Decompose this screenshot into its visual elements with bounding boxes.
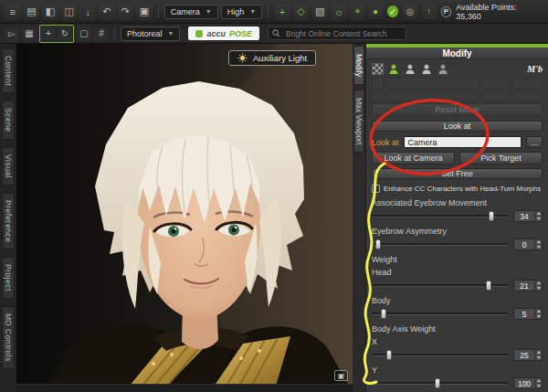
chevron-down-icon: ▼ bbox=[168, 30, 174, 37]
look-at-browse-button[interactable]: ... bbox=[526, 136, 543, 148]
copy-icon[interactable]: ▣ bbox=[136, 4, 153, 20]
sidebar-item-content[interactable]: Content bbox=[2, 48, 15, 93]
spin-down-icon[interactable] bbox=[535, 314, 542, 320]
axis-y-value[interactable]: 100 bbox=[513, 377, 543, 389]
body-weight-value[interactable]: 5 bbox=[513, 308, 543, 320]
open-project-icon[interactable]: ◧ bbox=[42, 4, 58, 20]
search-input[interactable] bbox=[284, 28, 402, 39]
slider-handle[interactable] bbox=[486, 281, 491, 291]
render-mode-dropdown[interactable]: Photoreal ▼ bbox=[121, 26, 180, 41]
light-bulb-icon bbox=[237, 53, 248, 63]
enhance-checkbox[interactable] bbox=[372, 185, 380, 193]
eyebrow-movement-slider[interactable] bbox=[372, 215, 508, 217]
accupose-icon bbox=[195, 30, 203, 37]
look-at-section-header: Look at bbox=[372, 121, 543, 132]
export-icon[interactable]: ↑ bbox=[422, 5, 437, 19]
scale-tool-icon[interactable]: ▢ bbox=[77, 26, 91, 41]
set-free-button[interactable]: Set Free bbox=[372, 168, 543, 179]
sidebar-item-preference[interactable]: Preference bbox=[2, 193, 15, 250]
grid-icon[interactable]: ▦ bbox=[22, 26, 37, 41]
viewport-capture-icon[interactable]: ▣ bbox=[334, 370, 348, 381]
transform-value-box bbox=[481, 90, 511, 101]
eyebrow-asymmetry-slider[interactable] bbox=[372, 243, 508, 246]
gizmo-icon[interactable]: ◇ bbox=[293, 4, 310, 20]
spin-down-icon[interactable] bbox=[535, 217, 542, 222]
accupose-text-pose: POSE bbox=[229, 29, 252, 38]
enhance-checkbox-label: Enhance CC Characters with Head-Turn Mor… bbox=[384, 185, 541, 193]
save-project-icon[interactable]: ◫ bbox=[61, 4, 78, 20]
body-axis-section-label: Body Axis Weight bbox=[366, 321, 548, 334]
sidebar-item-visual[interactable]: Visual bbox=[2, 147, 15, 185]
slider-handle[interactable] bbox=[375, 239, 381, 249]
cursor-icon[interactable]: ▻ bbox=[5, 26, 19, 41]
redo-icon[interactable]: ↷ bbox=[118, 4, 134, 20]
quality-dropdown[interactable]: High ▼ bbox=[221, 5, 262, 19]
search-icon bbox=[272, 29, 280, 37]
check-circle-icon[interactable]: ✓ bbox=[387, 5, 399, 17]
body-weight-label: Body bbox=[366, 292, 548, 305]
undo-icon[interactable]: ↶ bbox=[99, 4, 115, 20]
axis-x-slider[interactable] bbox=[372, 354, 508, 356]
look-at-row: Look at Camera ... bbox=[366, 132, 548, 148]
app-menu-icon[interactable]: ≡ bbox=[5, 4, 21, 20]
render-icon[interactable]: ◎ bbox=[403, 5, 417, 19]
skeleton-icon[interactable] bbox=[437, 62, 449, 75]
spin-down-icon[interactable] bbox=[535, 245, 542, 250]
tab-max-viewport[interactable]: Max Viewport bbox=[353, 90, 364, 153]
sidebar-item-project[interactable]: Project bbox=[2, 257, 15, 299]
move-tool-icon[interactable]: + bbox=[41, 26, 56, 41]
quality-dropdown-value: High bbox=[227, 7, 245, 16]
material-icon[interactable]: ▧ bbox=[311, 4, 328, 20]
snap-icon[interactable]: # bbox=[94, 26, 109, 41]
rotate-tool-icon[interactable]: ↻ bbox=[58, 26, 72, 41]
character-render bbox=[16, 44, 353, 392]
texture-checker-icon[interactable] bbox=[372, 63, 384, 75]
head-weight-value[interactable]: 21 bbox=[513, 280, 543, 291]
look-at-buttons-row: Look at Camera Pick Target bbox=[366, 148, 548, 164]
points-badge-icon[interactable]: P bbox=[441, 6, 452, 17]
look-at-target-field[interactable]: Camera bbox=[404, 136, 522, 148]
accupose-logo[interactable]: accuPOSE bbox=[188, 26, 259, 40]
viewport-3d[interactable]: Auxiliary Light ▣ bbox=[16, 44, 353, 392]
slider-handle[interactable] bbox=[381, 309, 386, 319]
focus-icon[interactable]: ⌖ bbox=[350, 4, 366, 20]
sidebar-item-md-controls[interactable]: MD Controls bbox=[2, 306, 15, 369]
pick-target-button[interactable]: Pick Target bbox=[459, 152, 543, 164]
eyebrow-asymmetry-label: Eyebrow Asymmetry bbox=[366, 223, 548, 236]
eyebrow-asymmetry-value[interactable]: 0 bbox=[513, 238, 543, 250]
light-icon[interactable]: ☼ bbox=[331, 4, 347, 20]
sidebar-item-scene[interactable]: Scene bbox=[2, 101, 15, 140]
secondary-toolbar: ▻ ▦ + ↻ ▢ # Photoreal ▼ accuPOSE bbox=[0, 24, 548, 44]
transform-axis-icon bbox=[372, 90, 384, 101]
avatar-icon[interactable] bbox=[404, 62, 416, 75]
axis-x-value[interactable]: 25 bbox=[513, 349, 543, 361]
axis-x-row: 25 bbox=[366, 346, 548, 362]
slider-handle[interactable] bbox=[489, 211, 494, 221]
add-object-icon[interactable]: + bbox=[274, 4, 290, 20]
modify-panel: Modify M'b bbox=[365, 44, 548, 392]
character-icon[interactable] bbox=[387, 62, 400, 75]
head-weight-row: 21 bbox=[366, 277, 548, 292]
slider-handle[interactable] bbox=[386, 350, 392, 360]
camera-dropdown[interactable]: Camera ▼ bbox=[164, 5, 218, 19]
spin-down-icon[interactable] bbox=[535, 384, 542, 389]
tab-modify[interactable]: Modify bbox=[353, 46, 364, 85]
toolbar-divider bbox=[268, 5, 269, 18]
import-icon[interactable]: ↓ bbox=[79, 4, 96, 20]
reset-move-button: Reset Move bbox=[372, 103, 543, 116]
morph-icon[interactable] bbox=[420, 62, 433, 75]
body-weight-slider[interactable] bbox=[372, 313, 508, 315]
toolbar-divider bbox=[114, 26, 115, 40]
eyebrow-movement-value[interactable]: 34 bbox=[513, 210, 543, 222]
slider-handle[interactable] bbox=[435, 378, 440, 388]
axis-y-slider[interactable] bbox=[372, 382, 508, 385]
spin-down-icon[interactable] bbox=[535, 286, 542, 291]
new-project-icon[interactable]: ▤ bbox=[24, 4, 40, 20]
head-weight-slider[interactable] bbox=[372, 284, 508, 287]
spin-down-icon[interactable] bbox=[535, 355, 542, 361]
auxiliary-light-button[interactable]: Auxiliary Light bbox=[228, 50, 316, 66]
record-icon[interactable]: ● bbox=[368, 5, 383, 19]
render-mode-value: Photoreal bbox=[127, 29, 163, 38]
look-at-camera-button[interactable]: Look at Camera bbox=[372, 152, 455, 164]
md-brand-logo: M'b bbox=[527, 64, 543, 74]
